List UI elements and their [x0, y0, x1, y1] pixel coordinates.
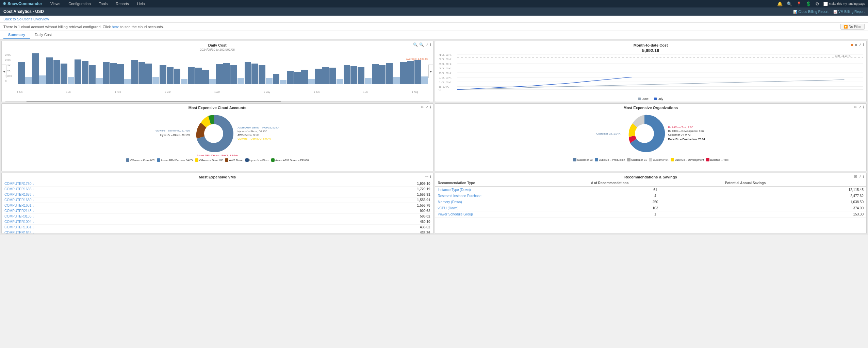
rec-savings-value: 1,038.50 — [722, 199, 866, 205]
rec-type-link[interactable]: vCPU (Down) — [435, 205, 589, 211]
mtd-amount: 5,992.19 — [435, 48, 867, 53]
orange-icon[interactable]: ■ — [851, 42, 853, 47]
bar-weekday — [216, 64, 223, 84]
gear-icon[interactable]: ⚙ — [815, 1, 819, 6]
bar-weekend — [280, 80, 286, 84]
vm-row: COMPUTER1750 ↓1,909.10 — [4, 181, 430, 187]
vm-name-link[interactable]: COMPUTER1081 ↓ — [4, 225, 34, 229]
bar-weekend — [209, 79, 216, 84]
rec-row: Memory (Down) 250 1,038.50 — [435, 199, 867, 205]
bar-weekday — [315, 69, 322, 84]
mtd-legend: June July — [435, 97, 867, 101]
bar-weekday — [230, 65, 237, 84]
bar-weekday — [61, 64, 67, 84]
rec-savings-value: 374.00 — [722, 205, 866, 211]
nav-configuration[interactable]: Configuration — [67, 0, 92, 7]
page-title: Cost Analytics - USD — [3, 9, 44, 14]
svg-text:0: 0 — [439, 88, 441, 91]
vm-name-link[interactable]: COMPUTER1750 ↓ — [4, 182, 34, 186]
edit-icon3[interactable]: ✏ — [425, 174, 428, 179]
cloud-billing-report-link[interactable]: 📊 Cloud Billing Report — [793, 10, 828, 14]
nav-menu: Views Configuration Tools Reports Help — [49, 0, 777, 7]
share-icon4[interactable]: ↗ — [858, 105, 862, 109]
bar-weekday — [287, 71, 294, 84]
svg-text:10.0K: 10.0K — [439, 81, 452, 83]
avg-line — [17, 61, 430, 61]
location-icon[interactable]: 📍 — [796, 1, 802, 6]
info-icon4[interactable]: ℹ — [863, 105, 864, 109]
landing-page-checkbox[interactable]: Make this my landing page — [823, 2, 865, 6]
vm-name-link[interactable]: COMPUTER1004 ↓ — [4, 220, 34, 224]
share-icon3[interactable]: ↗ — [425, 105, 428, 109]
june-color — [638, 98, 641, 100]
dot-kermitvc — [126, 158, 129, 162]
bar-weekend — [181, 79, 187, 84]
bar-weekday — [294, 72, 301, 84]
nav-tools[interactable]: Tools — [98, 0, 109, 7]
recommendations-table: Recommendation Type # of Recommendations… — [435, 180, 867, 218]
rec-type-link[interactable]: Instance Type (Down) — [435, 187, 589, 193]
search-icon[interactable]: 🔍 — [787, 1, 792, 6]
vm-billing-report-link[interactable]: 📈 VM Billing Report — [833, 10, 865, 14]
vm-name-link[interactable]: COMPUTER1676 ↓ — [4, 193, 34, 196]
nav-reports[interactable]: Reports — [114, 0, 130, 7]
breadcrumb[interactable]: Back to Solutions Overview — [0, 16, 868, 23]
sub-header: Cost Analytics - USD 📊 Cloud Billing Rep… — [0, 7, 868, 16]
vm-name-link[interactable]: COMPUTER2143 ↓ — [4, 209, 34, 213]
vm-name-link[interactable]: COMPUTER1681 ↓ — [4, 204, 34, 207]
scrollbar-thumb[interactable] — [26, 101, 281, 102]
share-icon2[interactable]: ↗ — [858, 42, 862, 47]
vm-name-link[interactable]: COMPUTER1635 ↓ — [4, 187, 34, 191]
tab-daily-cost[interactable]: Daily Cost — [30, 31, 56, 39]
daily-cost-icons: 🔍 🔍 ↗ ℹ — [413, 42, 431, 47]
dot-bulletco-test-legend — [706, 158, 709, 161]
vm-cost: 433.36 — [420, 231, 430, 234]
rec-type-link[interactable]: Power Schedule Group — [435, 211, 589, 218]
info-icon5[interactable]: ℹ — [430, 174, 431, 179]
bar-weekday — [75, 59, 81, 84]
legend-demovc: VMware – DemoVC — [195, 158, 223, 162]
vm-name-link[interactable]: COMPUTER1645 ↓ — [4, 231, 34, 234]
vms-icons: ✏ ℹ — [425, 174, 431, 179]
dollar-icon[interactable]: 💲 — [806, 1, 811, 6]
rec-type-link[interactable]: Memory (Down) — [435, 199, 589, 205]
share-icon[interactable]: ↗ — [425, 42, 428, 47]
columns-icon[interactable]: ⊞ — [854, 174, 857, 179]
top-navigation: ❄ SnowCommander Views Configuration Tool… — [0, 0, 868, 7]
rec-type-link[interactable]: Reserved Instance Purchase — [435, 193, 589, 199]
edit-icon[interactable]: ✏ — [421, 105, 424, 109]
export-icon[interactable]: ↗ — [858, 174, 862, 179]
nav-help[interactable]: Help — [136, 0, 146, 7]
tab-bar: Summary Daily Cost — [0, 31, 868, 39]
vm-row: COMPUTER1681 ↓1,556.78 — [4, 203, 430, 208]
chart-scrollbar[interactable] — [5, 101, 430, 102]
edit-icon2[interactable]: ✏ — [854, 105, 857, 109]
bar-weekday — [145, 64, 152, 84]
here-link[interactable]: here — [112, 25, 119, 29]
dot-azure-payg — [157, 158, 160, 162]
bar-weekday — [32, 53, 39, 84]
tab-summary[interactable]: Summary — [3, 31, 30, 39]
nav-views[interactable]: Views — [49, 0, 62, 7]
zoom-in-icon[interactable]: 🔍 — [413, 42, 418, 47]
info-icon2[interactable]: ℹ — [863, 42, 864, 47]
billing-links: 📊 Cloud Billing Report 📈 VM Billing Repo… — [793, 10, 865, 14]
svg-text:5.0K: 5.0K — [439, 86, 449, 88]
daily-cost-subtitle: 2024/05/10 to 2024/07/08 — [2, 48, 433, 51]
org-left-label: Customer 03, 1.04K — [596, 132, 620, 135]
dot-demovc — [195, 158, 198, 162]
chart-icon: 📊 — [793, 10, 797, 14]
info-icon[interactable]: ℹ — [430, 42, 431, 47]
info-icon3[interactable]: ℹ — [430, 105, 431, 109]
bell-icon[interactable]: 🔔 — [777, 1, 783, 6]
chart-nav-left[interactable]: ◀ — [2, 65, 6, 78]
info-icon6[interactable]: ℹ — [863, 174, 864, 179]
blue-icon[interactable]: ■ — [855, 42, 857, 47]
chart-nav-right[interactable]: ▶ — [428, 65, 433, 78]
bar-chart-area: 2.5K2.0K1.5K1.0K500.00 Average: 1,661.09… — [2, 52, 433, 100]
vm-name-link[interactable]: COMPUTER1630 ↓ — [4, 198, 34, 202]
label-demovc: VMware – DemoVC, 6.97% — [238, 137, 279, 140]
filter-button[interactable]: 🔽 No Filter — [840, 24, 865, 30]
zoom-out-icon[interactable]: 🔍 — [419, 42, 424, 47]
vm-name-link[interactable]: COMPUTER3133 ↓ — [4, 214, 34, 218]
